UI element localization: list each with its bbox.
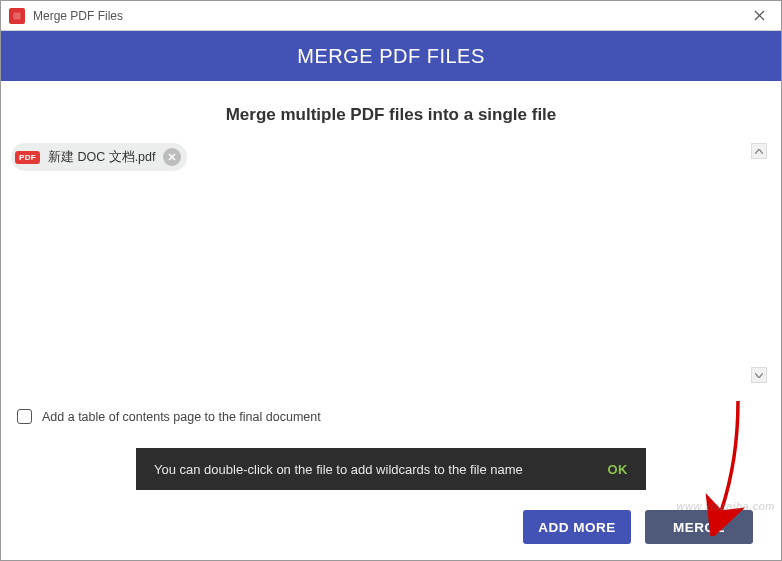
hint-toast: You can double-click on the file to add …: [136, 448, 646, 490]
toast-ok-button[interactable]: OK: [608, 462, 629, 477]
toc-option-row: Add a table of contents page to the fina…: [11, 403, 771, 430]
scroll-down-button[interactable]: [751, 367, 767, 383]
file-name: 新建 DOC 文档.pdf: [48, 149, 156, 166]
page-header-title: MERGE PDF FILES: [297, 45, 485, 68]
page-subtitle: Merge multiple PDF files into a single f…: [11, 105, 771, 125]
toc-label: Add a table of contents page to the fina…: [42, 410, 321, 424]
window-title: Merge PDF Files: [33, 9, 737, 23]
file-chip[interactable]: PDF 新建 DOC 文档.pdf: [11, 143, 187, 171]
window-close-button[interactable]: [737, 1, 781, 31]
merge-pdf-window: Merge PDF Files MERGE PDF FILES Merge mu…: [0, 0, 782, 561]
app-icon: [9, 8, 25, 24]
scroll-up-button[interactable]: [751, 143, 767, 159]
pdf-badge-icon: PDF: [15, 151, 40, 164]
remove-file-button[interactable]: [163, 148, 181, 166]
svg-rect-1: [14, 12, 21, 19]
add-more-button[interactable]: ADD MORE: [523, 510, 631, 544]
toc-checkbox[interactable]: [17, 409, 32, 424]
content-area: Merge multiple PDF files into a single f…: [1, 81, 781, 560]
merge-button[interactable]: MERGE: [645, 510, 753, 544]
page-header: MERGE PDF FILES: [1, 31, 781, 81]
footer-buttons: ADD MORE MERGE: [11, 490, 771, 560]
titlebar: Merge PDF Files: [1, 1, 781, 31]
file-list-area: PDF 新建 DOC 文档.pdf: [11, 143, 771, 403]
toast-message: You can double-click on the file to add …: [154, 462, 523, 477]
